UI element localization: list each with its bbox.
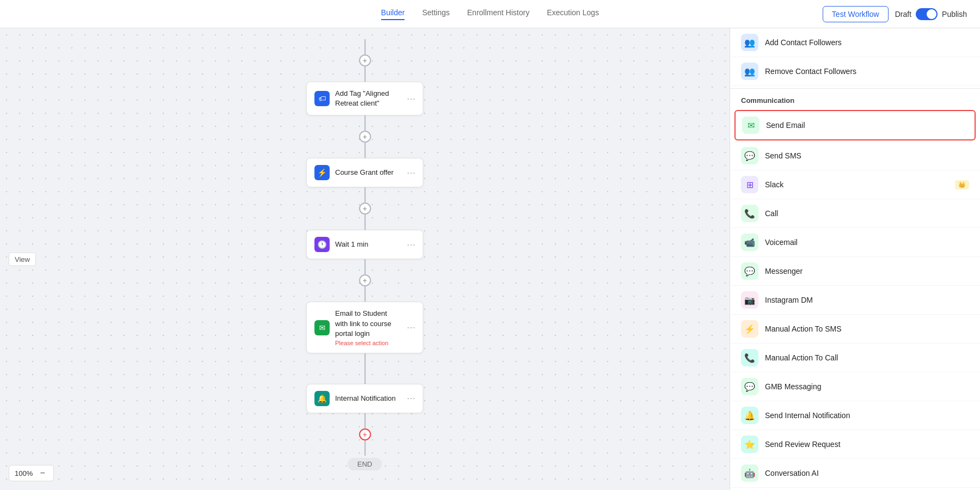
tab-builder[interactable]: Builder xyxy=(381,8,405,20)
panel-item-voicemail[interactable]: 📹 Voicemail xyxy=(730,228,980,257)
panel-item-add-contact-followers[interactable]: 👥 Add Contact Followers xyxy=(730,28,980,57)
add-contact-followers-icon: 👥 xyxy=(741,34,758,51)
panel-item-slack[interactable]: ⊞ Slack 👑 xyxy=(730,170,980,199)
main-content: View + 🏷 Add Tag "Aligned Retreat client… xyxy=(0,28,980,490)
connector-5 xyxy=(364,259,365,274)
instagram-dm-label: Instagram DM xyxy=(765,296,813,304)
instagram-dm-icon: 📷 xyxy=(741,291,758,309)
remove-contact-followers-icon: 👥 xyxy=(741,63,758,80)
node-wait-menu[interactable]: ⋯ xyxy=(407,240,415,250)
manual-action-call-icon: 📞 xyxy=(741,349,758,366)
connector-0 xyxy=(364,66,365,82)
connector-7 xyxy=(364,353,365,369)
zoom-level: 100% xyxy=(15,469,33,477)
node-email-student-menu[interactable]: ⋯ xyxy=(407,322,415,333)
panel-item-remove-contact-followers[interactable]: 👥 Remove Contact Followers xyxy=(730,57,980,86)
add-step-plus-0[interactable]: + xyxy=(359,54,371,66)
node-add-tag-label: Add Tag "Aligned Retreat client" xyxy=(335,89,401,108)
manual-action-sms-label: Manual Action To SMS xyxy=(765,324,842,333)
draft-publish-toggle: Draft Publish xyxy=(895,8,967,20)
node-wait-icon: 🕐 xyxy=(315,237,330,252)
connector-6 xyxy=(364,286,365,302)
connector-3 xyxy=(364,187,365,203)
connector-4 xyxy=(364,215,365,230)
node-wait[interactable]: 🕐 Wait 1 min ⋯ xyxy=(307,230,424,259)
connector-2 xyxy=(364,143,365,158)
node-wait-label: Wait 1 min xyxy=(335,240,401,249)
add-step-plus-1[interactable]: + xyxy=(359,131,371,143)
workflow-canvas[interactable]: View + 🏷 Add Tag "Aligned Retreat client… xyxy=(0,28,730,490)
panel-scrollable[interactable]: 👥 Add Contact Followers 👥 Remove Contact… xyxy=(730,28,980,490)
remove-contact-followers-label: Remove Contact Followers xyxy=(765,67,856,76)
add-step-plus-highlighted[interactable]: + xyxy=(359,428,371,440)
add-contact-followers-label: Add Contact Followers xyxy=(765,38,842,47)
manual-action-sms-icon: ⚡ xyxy=(741,320,758,338)
send-review-request-label: Send Review Request xyxy=(765,440,841,449)
node-email-student-icon: ✉ xyxy=(315,320,330,335)
publish-label: Publish xyxy=(942,10,967,19)
workflow-container: + 🏷 Add Tag "Aligned Retreat client" ⋯ +… xyxy=(307,28,424,470)
panel-item-manual-action-sms[interactable]: ⚡ Manual Action To SMS xyxy=(730,315,980,344)
tab-enrollment-history[interactable]: Enrollment History xyxy=(467,8,529,20)
view-label: View xyxy=(9,253,36,266)
panel-item-facebook-interactive-messenger[interactable]: 💬 Facebook Interactive Messenger Beta xyxy=(730,488,980,490)
connector-8 xyxy=(364,369,365,384)
slack-label: Slack xyxy=(765,180,783,189)
node-internal-notif-label: Internal Notification xyxy=(335,394,401,403)
add-step-plus-2[interactable]: + xyxy=(359,203,371,215)
zoom-out-button[interactable]: − xyxy=(37,468,48,479)
panel-item-send-sms[interactable]: 💬 Send SMS xyxy=(730,142,980,170)
communication-section-title: Communication xyxy=(730,89,980,109)
add-step-plus-3[interactable]: + xyxy=(359,274,371,286)
draft-label: Draft xyxy=(895,10,911,19)
slack-badge: 👑 xyxy=(955,180,969,189)
node-email-student[interactable]: ✉ Email to Student with link to course p… xyxy=(307,302,424,353)
header: Builder Settings Enrollment History Exec… xyxy=(0,0,980,28)
node-course-grant[interactable]: ⚡ Course Grant offer ⋯ xyxy=(307,158,424,187)
zoom-controls: 100% − xyxy=(9,465,54,481)
node-add-tag-menu[interactable]: ⋯ xyxy=(407,94,415,104)
panel-item-call[interactable]: 📞 Call xyxy=(730,199,980,228)
voicemail-icon: 📹 xyxy=(741,234,758,251)
panel-item-send-internal-notification[interactable]: 🔔 Send Internal Notification xyxy=(730,401,980,430)
test-workflow-button[interactable]: Test Workflow xyxy=(823,6,889,22)
panel-item-conversation-ai[interactable]: 🤖 Conversation AI xyxy=(730,459,980,488)
right-panel: 👥 Add Contact Followers 👥 Remove Contact… xyxy=(730,28,980,490)
panel-item-messenger[interactable]: 💬 Messenger xyxy=(730,257,980,286)
panel-item-gmb-messaging[interactable]: 💬 GMB Messaging xyxy=(730,372,980,401)
send-email-label: Send Email xyxy=(766,121,805,130)
node-add-tag[interactable]: 🏷 Add Tag "Aligned Retreat client" ⋯ xyxy=(307,82,424,115)
connector-top xyxy=(364,39,365,54)
publish-toggle[interactable] xyxy=(916,8,938,20)
node-email-student-label: Email to Student with link to course por… xyxy=(335,309,401,339)
send-review-request-icon: ⭐ xyxy=(741,436,758,453)
connector-10 xyxy=(364,440,365,456)
panel-item-send-review-request[interactable]: ⭐ Send Review Request xyxy=(730,430,980,459)
send-internal-notification-icon: 🔔 xyxy=(741,407,758,424)
call-icon: 📞 xyxy=(741,205,758,222)
send-internal-notification-label: Send Internal Notification xyxy=(765,411,850,420)
call-label: Call xyxy=(765,209,778,218)
send-sms-label: Send SMS xyxy=(765,151,801,160)
node-course-grant-menu[interactable]: ⋯ xyxy=(407,168,415,178)
node-internal-notif-icon: 🔔 xyxy=(315,391,330,406)
connector-9 xyxy=(364,413,365,428)
connector-1 xyxy=(364,115,365,131)
node-internal-notif-menu[interactable]: ⋯ xyxy=(407,393,415,403)
gmb-messaging-icon: 💬 xyxy=(741,378,758,395)
tab-settings[interactable]: Settings xyxy=(422,8,450,20)
node-course-grant-icon: ⚡ xyxy=(315,165,330,180)
node-internal-notif[interactable]: 🔔 Internal Notification ⋯ xyxy=(307,384,424,413)
end-badge: END xyxy=(347,458,382,470)
panel-item-send-email[interactable]: ✉ Send Email xyxy=(734,110,976,140)
gmb-messaging-label: GMB Messaging xyxy=(765,382,821,391)
panel-item-instagram-dm[interactable]: 📷 Instagram DM xyxy=(730,286,980,315)
conversation-ai-label: Conversation AI xyxy=(765,469,819,477)
conversation-ai-icon: 🤖 xyxy=(741,464,758,482)
send-email-icon: ✉ xyxy=(742,117,759,134)
tab-execution-logs[interactable]: Execution Logs xyxy=(547,8,599,20)
panel-item-manual-action-call[interactable]: 📞 Manual Action To Call xyxy=(730,344,980,372)
send-sms-icon: 💬 xyxy=(741,147,758,164)
voicemail-label: Voicemail xyxy=(765,238,798,247)
toggle-thumb xyxy=(927,9,936,19)
